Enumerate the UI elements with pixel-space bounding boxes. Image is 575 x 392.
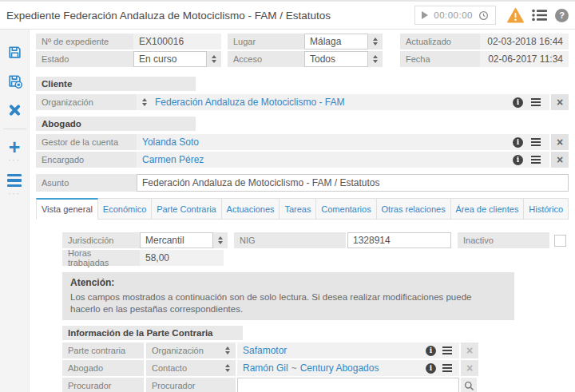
jurisdiccion-label: Jurisdicción xyxy=(62,232,140,248)
lugar-label: Lugar xyxy=(228,34,304,49)
acceso-value: Todos xyxy=(304,51,368,67)
pc-row1-info-icon[interactable]: i xyxy=(426,346,436,356)
warning-icon[interactable] xyxy=(507,8,524,23)
pc-row2-info-icon[interactable]: i xyxy=(426,363,436,374)
pc-row2-label: Abogado xyxy=(62,360,144,376)
organizacion-spinner-icon[interactable] xyxy=(142,98,147,106)
tab-bar: Vista general Económico Parte Contraria … xyxy=(36,198,569,220)
lugar-select[interactable]: Málaga xyxy=(304,34,383,49)
menu-more-dots[interactable]: ··· xyxy=(8,192,21,196)
encargado-label: Encargado xyxy=(36,152,137,168)
estado-spinner-icon[interactable] xyxy=(207,51,221,67)
pc-row2-spinner-icon[interactable] xyxy=(225,364,230,372)
encargado-remove-icon[interactable]: × xyxy=(551,152,569,168)
lugar-value: Málaga xyxy=(304,34,368,49)
pc-row3-label: Procurador xyxy=(62,378,144,392)
fecha-value: 02-06-2017 11:34 xyxy=(480,51,569,67)
clock-icon xyxy=(478,10,489,21)
organizacion-link[interactable]: Federación Andaluza de Motociclismo - FA… xyxy=(155,97,344,108)
tab-economico[interactable]: Económico xyxy=(98,198,152,220)
organizacion-label: Organización xyxy=(36,94,137,110)
acceso-spinner-icon[interactable] xyxy=(368,51,383,67)
jurisdiccion-spinner-icon[interactable] xyxy=(213,232,228,248)
sidebar-divider xyxy=(3,129,26,129)
action-sidebar: + ··· ··· xyxy=(0,30,30,392)
tab-tareas[interactable]: Tareas xyxy=(280,198,316,220)
acceso-select[interactable]: Todos xyxy=(304,51,383,67)
gestor-menu-icon[interactable] xyxy=(531,138,541,146)
pc-row1-menu-icon[interactable] xyxy=(442,346,452,354)
play-icon[interactable] xyxy=(422,11,428,19)
add-more-dots[interactable]: ··· xyxy=(8,158,21,163)
cancel-button[interactable] xyxy=(0,95,29,124)
organizacion-row: Organización Federación Andaluza de Moto… xyxy=(36,94,569,110)
help-icon[interactable]: ? xyxy=(555,9,569,22)
organizacion-info-icon[interactable]: i xyxy=(513,97,523,108)
tab-content: Jurisdicción Mercantil NIG Inactivo Hora… xyxy=(36,232,569,392)
gestor-info-icon[interactable]: i xyxy=(513,137,523,148)
cliente-section-header: Cliente xyxy=(36,77,196,91)
pc-row2-type-label: Contacto xyxy=(152,363,187,373)
gestor-remove-icon[interactable]: × xyxy=(551,134,569,150)
actualizado-label: Actualizado xyxy=(400,34,480,49)
estado-value: En curso xyxy=(133,51,207,67)
asunto-input[interactable] xyxy=(137,174,569,192)
notice-body: Los campos mostrados a continuación son … xyxy=(70,291,486,315)
gestor-label: Gestor de la cuenta xyxy=(36,134,137,150)
abogado-section-header: Abogado xyxy=(36,117,196,131)
pc-organizacion-row: Parte contraria Organización Safamotor i… xyxy=(62,343,569,358)
pc-row1-label: Parte contraria xyxy=(62,343,144,358)
timer-value: 00:00:00 xyxy=(434,10,473,20)
expediente-label: Nº de expediente xyxy=(36,34,133,49)
page-title: Expediente Federación Andaluza de Motoci… xyxy=(6,10,331,22)
jurisdiccion-value: Mercantil xyxy=(140,232,213,248)
encargado-link[interactable]: Carmen Pérez xyxy=(142,154,204,165)
procurador-search-icon[interactable] xyxy=(461,378,477,392)
pc-row1-link[interactable]: Safamotor xyxy=(243,345,287,356)
tab-historico[interactable]: Histórico xyxy=(524,198,569,220)
pc-row1-type: Organización xyxy=(146,343,236,358)
tab-actuaciones[interactable]: Actuaciones xyxy=(222,198,280,220)
inactivo-checkbox[interactable] xyxy=(554,235,566,247)
pc-row1-spinner-icon[interactable] xyxy=(225,346,230,354)
list-menu-icon[interactable] xyxy=(532,9,547,22)
horas-label: Horas trabajadas xyxy=(62,250,140,266)
pc-abogado-row: Abogado Contacto Ramón Gil ~ Century Abo… xyxy=(62,360,569,376)
jurisdiccion-select[interactable]: Mercantil xyxy=(140,232,228,248)
save-button[interactable] xyxy=(0,38,29,66)
estado-label: Estado xyxy=(36,51,133,67)
asunto-label: Asunto xyxy=(36,174,137,192)
lugar-spinner-icon[interactable] xyxy=(368,34,383,49)
acceso-label: Acceso xyxy=(228,51,304,67)
pc-row2-link-firm[interactable]: Century Abogados xyxy=(300,362,379,374)
pc-row2-type: Contacto xyxy=(146,360,236,376)
pc-row1-remove-icon[interactable]: × xyxy=(461,343,478,358)
pc-row3-type: Procurador xyxy=(146,378,236,392)
encargado-menu-icon[interactable] xyxy=(531,156,541,164)
tab-otras-relaciones[interactable]: Otras relaciones xyxy=(377,198,451,220)
actualizado-value: 02-03-2018 16:44 xyxy=(480,34,569,49)
gestor-link[interactable]: Yolanda Soto xyxy=(142,137,199,148)
encargado-row: Encargado Carmen Pérez i × xyxy=(36,152,569,168)
pc-row2-menu-icon[interactable] xyxy=(442,364,452,372)
procurador-input[interactable] xyxy=(237,378,459,392)
encargado-info-icon[interactable]: i xyxy=(513,155,523,165)
pc-row2-remove-icon[interactable]: × xyxy=(461,360,478,376)
tab-comentarios[interactable]: Comentarios xyxy=(316,198,376,220)
gestor-row: Gestor de la cuenta Yolanda Soto i × xyxy=(36,134,569,150)
organizacion-menu-icon[interactable] xyxy=(531,98,541,106)
pc-procurador-row: Procurador Procurador xyxy=(62,378,569,392)
organizacion-remove-icon[interactable]: × xyxy=(551,94,569,110)
nig-input[interactable] xyxy=(347,232,451,248)
fecha-label: Fecha xyxy=(400,51,480,67)
pc-row2-link-contact[interactable]: Ramón Gil xyxy=(243,362,288,374)
estado-select[interactable]: En curso xyxy=(133,51,221,67)
time-tracker[interactable]: 00:00:00 xyxy=(414,6,496,25)
horas-value: 58,00 xyxy=(140,250,224,266)
tab-area-de-clientes[interactable]: Área de clientes xyxy=(451,198,525,220)
save-and-close-button[interactable] xyxy=(0,66,29,95)
tab-parte-contraria[interactable]: Parte Contraria xyxy=(152,198,221,220)
header: Expediente Federación Andaluza de Motoci… xyxy=(0,2,575,30)
expediente-value: EX100016 xyxy=(133,34,221,49)
tab-vista-general[interactable]: Vista general xyxy=(36,198,98,220)
